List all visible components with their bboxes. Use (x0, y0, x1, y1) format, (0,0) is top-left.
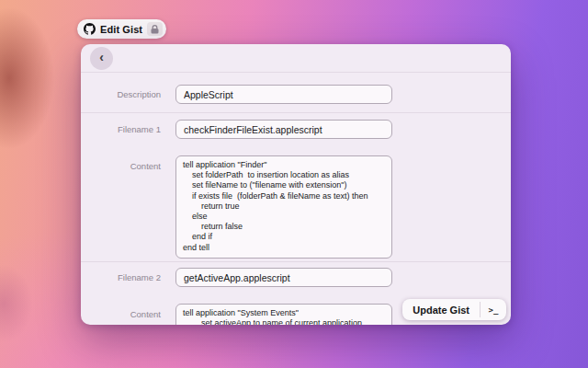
terminal-icon[interactable]: >_ (481, 299, 506, 320)
update-gist-button[interactable]: Update Gist >_ (402, 299, 506, 320)
content-1-row: Content tell application "Finder" set fo… (81, 155, 511, 259)
window-header: ‹ (81, 44, 511, 73)
content-2-label: Content (81, 304, 175, 319)
description-label: Description (81, 89, 175, 99)
back-button[interactable]: ‹ (90, 47, 113, 70)
edit-gist-menubar-button[interactable]: Edit Gist (77, 19, 166, 39)
description-input[interactable] (175, 85, 392, 104)
section-description: Description (81, 73, 511, 113)
content-2-textarea[interactable]: tell application "System Events" set act… (175, 304, 392, 325)
filename-1-label: Filename 1 (81, 124, 175, 134)
lock-icon (147, 22, 163, 36)
description-row: Description (81, 85, 511, 104)
filename-2-label: Filename 2 (81, 272, 175, 282)
github-icon (84, 23, 96, 35)
content-1-textarea[interactable]: tell application "Finder" set folderPath… (175, 155, 392, 259)
content-1-label: Content (81, 155, 175, 171)
filename-2-input[interactable] (175, 268, 392, 287)
section-file-1: Filename 1 Content tell application "Fin… (81, 113, 511, 262)
edit-gist-label: Edit Gist (100, 24, 142, 35)
filename-2-row: Filename 2 (81, 268, 511, 287)
filename-1-row: Filename 1 (81, 120, 511, 139)
edit-gist-window: ‹ Description Filename 1 Content tell ap… (81, 44, 511, 325)
update-gist-label: Update Gist (402, 299, 480, 320)
filename-1-input[interactable] (175, 120, 392, 139)
